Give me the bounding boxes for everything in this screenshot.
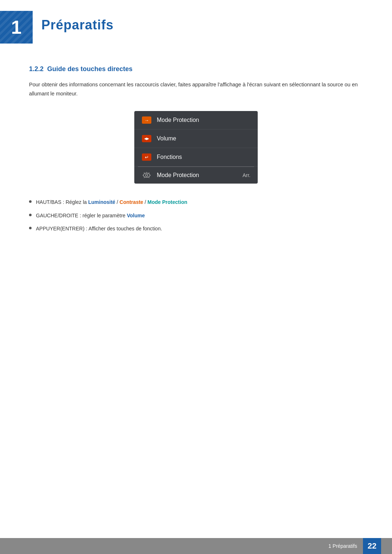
svg-point-1 (146, 174, 148, 176)
menu-item-label-2: Volume (157, 135, 250, 142)
footer-page-number: 22 (363, 538, 381, 554)
svg-line-5 (149, 177, 149, 178)
menu-item-icon-2 (142, 135, 152, 143)
highlight-luminosite: Luminosité (88, 199, 115, 205)
svg-point-0 (143, 173, 150, 177)
arrow-right-icon (142, 116, 151, 124)
page-footer: 1 Préparatifs 22 (0, 538, 392, 554)
chapter-number-block: 1 (0, 11, 33, 44)
list-item-1: HAUT/BAS : Réglez la Luminosité / Contra… (29, 198, 363, 206)
menu-box: Mode Protection Volume Fonctions (134, 111, 258, 184)
enter-icon (142, 153, 151, 161)
bullet-text-3: APPUYER(ENTRER) : Afficher des touches d… (36, 225, 162, 233)
chapter-title: Préparatifs (33, 11, 114, 33)
highlight-volume: Volume (127, 213, 145, 218)
bullet-dot-2 (29, 214, 32, 216)
highlight-mode-protection: Mode Protection (147, 199, 187, 205)
bullet-dot-3 (29, 227, 32, 229)
section-description: Pour obtenir des informations concernant… (29, 80, 363, 98)
bullet-list: HAUT/BAS : Réglez la Luminosité / Contra… (29, 198, 363, 233)
highlight-contraste: Contraste (119, 199, 143, 205)
eye-icon (142, 172, 151, 179)
menu-item-mode-protection: Mode Protection (134, 111, 258, 130)
list-item-3: APPUYER(ENTRER) : Afficher des touches d… (29, 225, 363, 233)
menu-item-fonctions: Fonctions (134, 148, 258, 167)
speaker-icon (142, 135, 151, 142)
menu-item-volume: Volume (134, 130, 258, 148)
svg-line-3 (149, 173, 149, 173)
menu-item-label-4: Mode Protection (157, 172, 237, 178)
menu-item-mode-protection-sub: Mode Protection Arr. (134, 167, 258, 184)
menu-item-icon-1 (142, 116, 152, 124)
content-area: 1.2.2 Guide des touches directes Pour ob… (0, 65, 392, 267)
menu-item-icon-4 (142, 171, 152, 179)
bullet-text-1: HAUT/BAS : Réglez la Luminosité / Contra… (36, 198, 187, 206)
svg-line-8 (144, 177, 144, 178)
svg-line-6 (144, 173, 144, 173)
chapter-number: 1 (11, 16, 22, 38)
section-heading: 1.2.2 Guide des touches directes (29, 65, 363, 73)
menu-box-container: Mode Protection Volume Fonctions (29, 111, 363, 184)
menu-item-value-4: Arr. (242, 172, 250, 178)
menu-item-label-1: Mode Protection (157, 117, 250, 123)
menu-item-label-3: Fonctions (157, 154, 250, 160)
footer-text: 1 Préparatifs (328, 543, 357, 549)
bullet-dot-1 (29, 200, 32, 203)
list-item-2: GAUCHE/DROITE : régler le paramètre Volu… (29, 212, 363, 219)
menu-item-icon-3 (142, 153, 152, 161)
bullet-text-2: GAUCHE/DROITE : régler le paramètre Volu… (36, 212, 145, 219)
